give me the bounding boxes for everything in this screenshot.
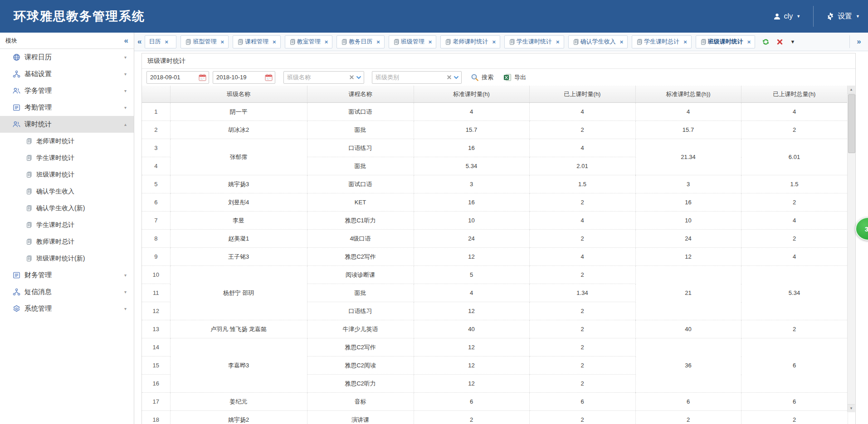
floating-service-badge[interactable]: 36 xyxy=(855,217,868,241)
sidebar-item-course-calendar[interactable]: 课程日历 ▾ xyxy=(0,49,134,66)
row-index: 15 xyxy=(142,357,170,375)
tab-class-hours-active[interactable]: 班级课时统计 × xyxy=(696,35,756,48)
tab-student-hours[interactable]: 学生课时统计 × xyxy=(504,35,564,48)
date-from-input[interactable] xyxy=(149,73,197,81)
close-icon[interactable]: × xyxy=(165,39,168,45)
close-icon[interactable]: × xyxy=(429,39,432,45)
tab-academic-calendar[interactable]: 教务日历 × xyxy=(336,35,385,48)
sidebar-collapse-icon[interactable]: « xyxy=(124,36,128,45)
chevron-down-icon[interactable] xyxy=(356,76,361,79)
sidebar: 模块 « 课程日历 ▾ 基础设置 ▾ 学务管理 ▾ 考勤管理 ▾ 课时统计 ▴ … xyxy=(0,33,134,424)
col-done-hours[interactable]: 已上课时量(h) xyxy=(529,86,635,103)
user-caret-icon: ▼ xyxy=(796,14,800,19)
sidebar-item-hours-stats[interactable]: 课时统计 ▴ xyxy=(0,116,134,133)
document-icon xyxy=(26,222,33,228)
sidebar-item-student-hours-total[interactable]: 学生课时总计 xyxy=(0,217,134,233)
sidebar-item-basic-settings[interactable]: 基础设置 ▾ xyxy=(0,66,134,82)
done-total-cell: 2 xyxy=(741,320,848,338)
close-icon[interactable]: × xyxy=(492,39,496,45)
date-to-input[interactable] xyxy=(215,73,263,81)
list-icon xyxy=(13,104,20,111)
clear-icon[interactable] xyxy=(349,75,354,80)
search-button[interactable]: 搜索 xyxy=(471,73,493,82)
sidebar-item-class-hours-new[interactable]: 班级课时统计(新) xyxy=(0,250,134,267)
refresh-icon[interactable] xyxy=(762,38,770,46)
col-done-total[interactable]: 已上课时总量(h) xyxy=(741,86,848,103)
tab-student-hours-total[interactable]: 学生课时总计 × xyxy=(632,35,692,48)
sidebar-item-student-affairs[interactable]: 学务管理 ▾ xyxy=(0,82,134,99)
close-all-icon[interactable] xyxy=(776,39,783,45)
done-hours-cell: 2 xyxy=(529,375,635,393)
class-type-combo[interactable] xyxy=(372,71,462,84)
sidebar-item-confirm-income-new[interactable]: 确认学生收入(新) xyxy=(0,200,134,217)
tab-label: 班型管理 xyxy=(193,38,216,46)
col-std-hours[interactable]: 标准课时量(h) xyxy=(414,86,529,103)
sidebar-item-attendance[interactable]: 考勤管理 ▾ xyxy=(0,99,134,116)
tab-classroom-mgmt[interactable]: 教室管理 × xyxy=(285,35,333,48)
col-std-total[interactable]: 标准课时总量(h)) xyxy=(635,86,741,103)
document-icon xyxy=(26,154,33,161)
user-menu[interactable]: cly ▼ xyxy=(773,12,800,20)
sidebar-item-sms[interactable]: 短信消息 ▾ xyxy=(0,284,134,300)
tab-menu-caret-icon[interactable]: ▼ xyxy=(790,39,795,44)
scrollbar-thumb[interactable] xyxy=(848,94,855,153)
class-name-input[interactable] xyxy=(286,73,347,81)
col-class-name[interactable]: 班级名称 xyxy=(170,86,307,103)
class-name-cell: 王子铭3 xyxy=(170,248,307,266)
class-name-combo[interactable] xyxy=(283,71,364,84)
tab-class-type-mgmt[interactable]: 班型管理 × xyxy=(180,35,229,48)
close-icon[interactable]: × xyxy=(325,39,328,45)
close-icon[interactable]: × xyxy=(220,39,224,45)
tab-calendar[interactable]: 日历 × xyxy=(145,35,176,48)
sidebar-item-teacher-hours[interactable]: 老师课时统计 xyxy=(0,133,134,149)
course-cell: 演讲课 xyxy=(307,411,414,424)
tab-label: 教务日历 xyxy=(349,38,372,46)
tab-label: 班级课时统计 xyxy=(708,38,743,46)
close-icon[interactable]: × xyxy=(556,39,560,45)
row-index: 11 xyxy=(142,284,170,302)
done-hours-cell: 1.5 xyxy=(529,175,635,193)
sidebar-item-class-hours[interactable]: 班级课时统计 xyxy=(0,166,134,183)
date-to-field[interactable] xyxy=(213,71,275,84)
tab-scroll-left-icon[interactable]: « xyxy=(137,37,141,46)
close-icon[interactable]: × xyxy=(273,39,276,45)
tab-teacher-hours[interactable]: 老师课时统计 × xyxy=(440,35,500,48)
settings-menu[interactable]: 设置 ▼ xyxy=(826,12,860,21)
table-row: 7 李昱 雅思C1听力 10 4 10 4 xyxy=(142,212,848,230)
tab-course-mgmt[interactable]: 课程管理 × xyxy=(233,35,281,48)
class-hours-grid: 班级名称 课程名称 标准课时量(h) 已上课时量(h) 标准课时总量(h)) 已… xyxy=(142,86,848,424)
sidebar-item-system[interactable]: 系统管理 ▾ xyxy=(0,300,134,317)
close-icon[interactable]: × xyxy=(747,39,751,45)
tab-class-mgmt[interactable]: 班级管理 × xyxy=(389,35,437,48)
document-icon xyxy=(636,39,643,45)
scroll-up-icon[interactable]: ▴ xyxy=(848,86,855,94)
calendar-icon[interactable] xyxy=(265,74,273,81)
calendar-icon[interactable] xyxy=(199,74,206,81)
sidebar-item-label: 课程日历 xyxy=(24,53,52,62)
col-course-name[interactable]: 课程名称 xyxy=(307,86,414,103)
date-from-field[interactable] xyxy=(146,71,209,84)
close-icon[interactable]: × xyxy=(683,39,687,45)
sidebar-item-confirm-income[interactable]: 确认学生收入 xyxy=(0,183,134,200)
std-hours-cell: 6 xyxy=(414,393,529,411)
close-icon[interactable]: × xyxy=(376,39,380,45)
grid-vertical-scrollbar[interactable]: ▴ ▾ xyxy=(847,86,855,412)
sidebar-item-teacher-hours-total[interactable]: 教师课时总计 xyxy=(0,233,134,250)
table-header-row: 班级名称 课程名称 标准课时量(h) 已上课时量(h) 标准课时总量(h)) 已… xyxy=(142,86,848,103)
tab-confirm-income[interactable]: 确认学生收入 × xyxy=(568,35,628,48)
tab-label: 课程管理 xyxy=(245,38,268,46)
scroll-down-icon[interactable]: ▾ xyxy=(848,404,855,412)
close-icon[interactable]: × xyxy=(620,39,624,45)
std-total-cell: 40 xyxy=(635,320,741,338)
nodes-icon xyxy=(13,70,20,78)
sidebar-item-finance[interactable]: 财务管理 ▾ xyxy=(0,267,134,284)
done-hours-cell: 1.34 xyxy=(529,284,635,302)
row-index: 8 xyxy=(142,230,170,248)
search-icon xyxy=(471,73,479,82)
export-button[interactable]: 导出 xyxy=(503,73,526,82)
class-type-input[interactable] xyxy=(375,73,445,81)
sidebar-item-student-hours[interactable]: 学生课时统计 xyxy=(0,149,134,166)
chevron-down-icon[interactable] xyxy=(454,76,459,79)
clear-icon[interactable] xyxy=(447,75,452,80)
tab-scroll-right-icon[interactable]: » xyxy=(853,37,865,46)
